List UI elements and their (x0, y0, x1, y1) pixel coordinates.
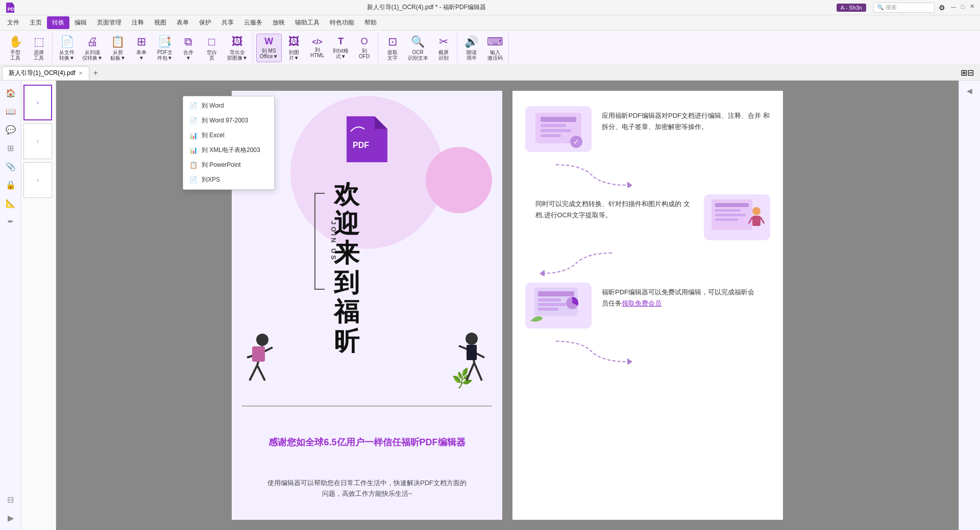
ocr-button[interactable]: 🔍 OCR识别文本 (405, 34, 431, 62)
sidebar-measure-icon[interactable]: 📐 (3, 195, 19, 211)
export-images-icon: 🖼 (232, 35, 243, 48)
minimize-button[interactable]: — (949, 3, 958, 11)
sidebar-expand-icon[interactable]: ▶ (3, 510, 19, 526)
to-ofd-button[interactable]: O 到OFD (353, 34, 376, 62)
extract-text-button[interactable]: ⊡ 提取文字 (381, 34, 404, 62)
svg-rect-34 (752, 216, 761, 226)
sidebar-collapse-icon[interactable]: ⊟ (3, 491, 19, 508)
search-bar[interactable]: 🔍 搜索 (873, 3, 935, 13)
export-images-button[interactable]: 🖼 导出全部图像▼ (224, 34, 251, 62)
ocr-icon: 🔍 (411, 35, 425, 48)
title-bar: PDF 新人引导(1)_OCR(4).pdf * - 福昕PDF编辑器 A - … (0, 0, 980, 15)
merge-icon: ⧉ (184, 35, 192, 48)
dropdown-to-xml-table[interactable]: 📊 到 XML电子表格2003 (183, 143, 274, 158)
to-image-icon: 🖼 (288, 35, 300, 48)
sidebar-sign-icon[interactable]: ✒ (3, 213, 19, 230)
svg-point-33 (752, 207, 761, 215)
sidebar-attachments-icon[interactable]: 📎 (3, 158, 19, 174)
toolbar-convert-group: 📄 从文件转换▼ 🖨 从扫描仪转换▼ 📋 从剪贴板▼ ⊞ 表单▼ 📑 PDF文件… (54, 33, 253, 63)
join-us-bracket: JOIN US (314, 193, 325, 290)
menu-item-home[interactable]: 主页 (24, 16, 47, 29)
menu-item-edit[interactable]: 编辑 (69, 16, 92, 29)
sidebar-security-icon[interactable]: 🔒 (3, 176, 19, 193)
menu-item-feature[interactable]: 特色功能 (325, 16, 359, 29)
thanks-heading: 感谢您如全球6.5亿用户一样信任福昕PDF编辑器 (237, 436, 497, 448)
menu-item-assist[interactable]: 辅助工具 (290, 16, 325, 29)
sidebar-home-icon[interactable]: 🏠 (3, 85, 19, 101)
clipboard-icon: 📋 (111, 35, 125, 48)
blank-page-icon: □ (208, 35, 215, 48)
thumb-page-1[interactable]: 1 (23, 85, 52, 120)
tab-label: 新人引导(1)_OCR(4).pdf (9, 69, 76, 78)
svg-point-13 (465, 333, 478, 345)
tab-close-button[interactable]: ✕ (79, 70, 83, 76)
app-logo: PDF (4, 2, 16, 14)
hand-tool-label: 手型工具 (10, 49, 20, 61)
menu-item-help[interactable]: 帮助 (359, 16, 382, 29)
svg-rect-19 (467, 345, 477, 360)
from-clipboard-label: 从剪贴板▼ (110, 49, 126, 61)
close-button[interactable]: ✕ (968, 3, 976, 11)
menu-item-cloud[interactable]: 云服务 (239, 16, 267, 29)
svg-rect-22 (541, 124, 566, 127)
menu-item-protect[interactable]: 保护 (194, 16, 216, 29)
hand-tool-button[interactable]: ✋ 手型工具 (4, 34, 27, 62)
menu-item-convert[interactable]: 转换 (47, 16, 69, 29)
maximize-button[interactable]: □ (959, 3, 967, 11)
add-tab-button[interactable]: + (89, 66, 102, 80)
dropdown-to-word97[interactable]: 📄 到 Word 97-2003 (183, 113, 274, 128)
feature-text-3: 福昕PDF编辑器可以免费试用编辑，可以完成福昕会员任务领取免费会员 (602, 283, 754, 309)
thumb-page-3[interactable]: 3 (23, 162, 52, 198)
settings-icon[interactable]: ⚙ (936, 3, 948, 13)
word97-icon: 📄 (189, 117, 198, 124)
svg-rect-42 (538, 308, 558, 311)
blank-page-button[interactable]: □ 空白页 (201, 34, 223, 62)
figure-right (449, 330, 495, 402)
menu-item-share[interactable]: 共享 (216, 16, 239, 29)
menu-item-file[interactable]: 文件 (2, 16, 24, 29)
menu-item-release[interactable]: 放映 (267, 16, 290, 29)
menu-item-annotate[interactable]: 注释 (127, 16, 149, 29)
xml-table-icon: 📊 (189, 146, 198, 154)
select-tool-button[interactable]: ⬚ 选择工具 (28, 34, 50, 62)
to-office-dropdown-menu: 📄 到 Word 📄 到 Word 97-2003 📊 到 Excel 📊 到 … (183, 96, 275, 190)
menu-item-form[interactable]: 表单 (172, 16, 194, 29)
feature-item-3: 福昕PDF编辑器可以免费试用编辑，可以完成福昕会员任务领取免费会员 (525, 283, 770, 329)
page-divider-line (242, 406, 492, 407)
menu-item-page-manage[interactable]: 页面管理 (92, 16, 127, 29)
sidebar-bookmarks-icon[interactable]: 📖 (3, 103, 19, 119)
extract-text-label: 提取文字 (387, 49, 398, 61)
svg-rect-21 (541, 117, 576, 122)
merge-button[interactable]: ⧉ 合并▼ (177, 34, 200, 62)
to-txt-button[interactable]: T 到txt格式▼ (330, 34, 352, 62)
form-label: 表单▼ (136, 49, 146, 61)
thumb-page-2[interactable]: 2 (23, 123, 52, 159)
from-scan-button[interactable]: 🖨 从扫描仪转换▼ (79, 34, 106, 62)
from-clipboard-button[interactable]: 📋 从剪贴板▼ (107, 34, 129, 62)
menu-item-view[interactable]: 视图 (149, 16, 172, 29)
select-tool-label: 选择工具 (34, 49, 44, 61)
svg-line-9 (257, 365, 265, 381)
free-membership-link[interactable]: 领取免费会员 (622, 299, 662, 307)
dropdown-to-excel[interactable]: 📊 到 Excel (183, 128, 274, 143)
sidebar-comments-icon[interactable]: 💬 (3, 121, 19, 138)
screenshot-button[interactable]: ✂ 截屏识别 (432, 34, 455, 62)
view-toggle-icons[interactable]: ⊞⊟ (957, 68, 978, 78)
right-panel-collapse-icon[interactable]: ◀ (962, 83, 978, 99)
dropdown-to-xps[interactable]: 📄 到XPS (183, 172, 274, 187)
to-html-button[interactable]: </> 到HTML (306, 34, 329, 62)
to-ms-office-button[interactable]: W 到 MSOffice▼ (256, 34, 282, 62)
pdf-package-button[interactable]: 📑 PDF文件包▼ (154, 34, 176, 62)
document-tab[interactable]: 新人引导(1)_OCR(4).pdf ✕ (2, 66, 89, 80)
to-image-button[interactable]: 🖼 到图片▼ (283, 34, 305, 62)
activate-button[interactable]: ⌨ 输入激活码 (484, 34, 506, 62)
decorative-circle-small (426, 147, 492, 213)
from-file-button[interactable]: 📄 从文件转换▼ (56, 34, 78, 62)
sidebar-layers-icon[interactable]: ⊞ (3, 140, 19, 156)
dropdown-to-word[interactable]: 📄 到 Word (183, 98, 274, 113)
foxitpdf-logo-icon: PDF (4, 2, 16, 14)
excel-icon: 📊 (189, 132, 198, 139)
dropdown-to-powerpoint[interactable]: 📋 到 PowerPoint (183, 158, 274, 172)
read-aloud-button[interactable]: 🔊 朗读用半 (460, 34, 483, 62)
form-button[interactable]: ⊞ 表单▼ (130, 34, 153, 62)
